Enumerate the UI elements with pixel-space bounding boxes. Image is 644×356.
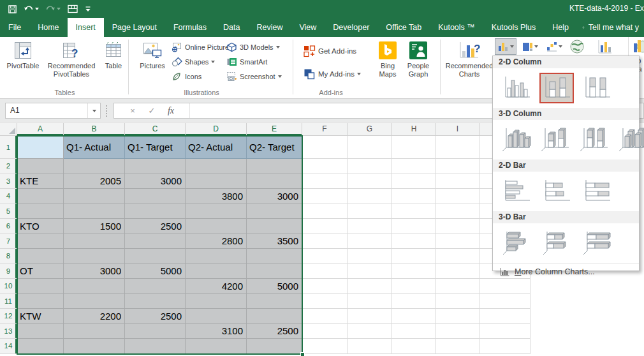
cell-F9[interactable]: [302, 264, 348, 279]
insert-column-chart-button[interactable]: [495, 38, 516, 55]
cell-G14[interactable]: [348, 339, 392, 354]
row-header-6[interactable]: 6: [0, 219, 17, 234]
pivotchart-button[interactable]: [594, 38, 615, 55]
cell-H12[interactable]: [392, 309, 436, 324]
cell-H6[interactable]: [392, 219, 436, 234]
cell-A9[interactable]: OT: [17, 264, 64, 279]
cell-H2[interactable]: [392, 159, 436, 174]
row-header-8[interactable]: 8: [0, 249, 17, 264]
cell-B6[interactable]: 1500: [64, 219, 125, 234]
cell-G7[interactable]: [348, 234, 392, 249]
cell-F14[interactable]: [302, 339, 348, 354]
insert-hierarchy-chart-arrow[interactable]: [534, 45, 538, 48]
cell-B12[interactable]: 2200: [64, 309, 125, 324]
online-pictures-button[interactable]: Online Pictures: [172, 40, 233, 54]
cell-H13[interactable]: [392, 324, 436, 339]
3d-clustered-column-chart-option[interactable]: [499, 124, 532, 155]
cell-A4[interactable]: [17, 189, 64, 204]
screenshot-dropdown-arrow[interactable]: [278, 75, 282, 78]
cell-D14[interactable]: [186, 339, 247, 354]
cell-E10[interactable]: 5000: [247, 279, 302, 294]
icons-button[interactable]: Icons: [172, 70, 201, 84]
cell-B14[interactable]: [64, 339, 125, 354]
cell-C2[interactable]: [125, 159, 186, 174]
cell-B8[interactable]: [64, 249, 125, 264]
cell-B1[interactable]: Q1- Actual: [64, 136, 125, 159]
cell-E1[interactable]: Q2- Target: [247, 136, 302, 159]
maps-button[interactable]: [567, 38, 587, 55]
cell-J14[interactable]: [479, 339, 531, 354]
row-header-5[interactable]: 5: [0, 204, 17, 219]
cell-C11[interactable]: [125, 294, 186, 309]
cell-B3[interactable]: 2005: [64, 174, 125, 189]
cell-G12[interactable]: [348, 309, 392, 324]
cell-I9[interactable]: [436, 264, 479, 279]
cell-H14[interactable]: [392, 339, 436, 354]
cell-A6[interactable]: KTO: [17, 219, 64, 234]
cell-E13[interactable]: 2500: [247, 324, 302, 339]
cell-A5[interactable]: [17, 204, 64, 219]
cell-D2[interactable]: [186, 159, 247, 174]
name-box[interactable]: A1: [5, 103, 101, 119]
cell-E4[interactable]: 3000: [247, 189, 302, 204]
cell-D9[interactable]: [186, 264, 247, 279]
customize-qat-button[interactable]: [85, 6, 91, 12]
stacked-column-chart-option[interactable]: [539, 73, 574, 103]
tab-kutools-plus[interactable]: Kutools Plus: [483, 18, 544, 37]
insert-hierarchy-chart-button[interactable]: [519, 38, 541, 55]
cell-C12[interactable]: 2500: [125, 309, 186, 324]
cell-B13[interactable]: [64, 324, 125, 339]
cell-D8[interactable]: [186, 249, 247, 264]
pictures-button[interactable]: Pictures: [136, 39, 169, 70]
redo-dropdown-arrow[interactable]: [57, 8, 61, 10]
stacked-bar-chart-option[interactable]: [539, 176, 574, 207]
tab-review[interactable]: Review: [248, 18, 291, 37]
tab-help[interactable]: Help: [544, 18, 577, 37]
cell-G3[interactable]: [348, 174, 392, 189]
cell-C7[interactable]: [125, 234, 186, 249]
cell-I6[interactable]: [436, 219, 479, 234]
row-header-11[interactable]: 11: [0, 294, 17, 309]
cell-G13[interactable]: [348, 324, 392, 339]
cell-D12[interactable]: [186, 309, 247, 324]
get-add-ins-button[interactable]: Get Add-ins: [303, 43, 356, 59]
cell-D1[interactable]: Q2- Actual: [186, 136, 247, 159]
cell-C1[interactable]: Q1- Target: [125, 136, 186, 159]
cell-A13[interactable]: [17, 324, 64, 339]
table-borders-button[interactable]: [67, 4, 78, 14]
cell-F4[interactable]: [302, 189, 348, 204]
cell-J10[interactable]: [479, 279, 531, 294]
100-stacked-bar-chart-option[interactable]: [580, 176, 614, 207]
cell-D6[interactable]: [186, 219, 247, 234]
cell-I10[interactable]: [436, 279, 479, 294]
cell-A2[interactable]: [17, 159, 64, 174]
cell-I13[interactable]: [436, 324, 479, 339]
cell-G11[interactable]: [348, 294, 392, 309]
tab-data[interactable]: Data: [215, 18, 248, 37]
row-header-7[interactable]: 7: [0, 234, 17, 249]
tab-file[interactable]: File: [0, 18, 29, 37]
pivottable-button[interactable]: PivotTable: [4, 39, 42, 70]
cell-D4[interactable]: 3800: [186, 189, 247, 204]
cell-C6[interactable]: 2500: [125, 219, 186, 234]
3d-clustered-bar-chart-option[interactable]: [499, 228, 534, 258]
row-header-4[interactable]: 4: [0, 189, 17, 204]
row-header-1[interactable]: 1: [0, 136, 17, 159]
name-box-dropdown[interactable]: [87, 103, 100, 118]
cell-C3[interactable]: 3000: [125, 174, 186, 189]
row-header-12[interactable]: 12: [0, 309, 17, 324]
screenshot-button[interactable]: Screenshot: [226, 70, 282, 84]
100-stacked-column-chart-option[interactable]: [580, 73, 614, 103]
cell-F5[interactable]: [302, 204, 348, 219]
cell-B4[interactable]: [64, 189, 125, 204]
column-header-I[interactable]: I: [436, 123, 479, 136]
select-all-button[interactable]: [0, 123, 17, 136]
cell-H5[interactable]: [392, 204, 436, 219]
bing-maps-button[interactable]: Bing Maps: [374, 39, 401, 78]
cell-I1[interactable]: [436, 136, 479, 159]
cell-J12[interactable]: [479, 309, 531, 324]
cell-I7[interactable]: [436, 234, 479, 249]
cell-F13[interactable]: [302, 324, 348, 339]
tell-me-box[interactable]: Tell me what y: [577, 18, 644, 37]
row-header-9[interactable]: 9: [0, 264, 17, 279]
